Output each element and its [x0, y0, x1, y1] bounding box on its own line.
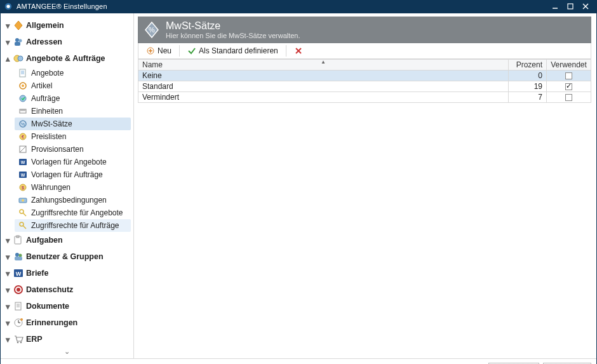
sidebar-cat-label: Briefe — [26, 269, 48, 278]
sidebar-item-zahlungsbedingungen[interactable]: Zahlungsbedingungen — [15, 194, 131, 206]
new-button[interactable]: Neu — [142, 45, 175, 57]
word-icon: W — [13, 268, 23, 278]
svg-text:W: W — [21, 160, 25, 165]
svg-point-49 — [17, 288, 20, 292]
column-header-verwendet[interactable]: Verwendet — [547, 59, 591, 70]
sidebar-cat-dokumente[interactable]: ▾ Dokumente — [3, 298, 131, 314]
sidebar-item-label: Provisionsarten — [31, 145, 84, 154]
payment-icon — [18, 196, 27, 205]
chevron-down-icon: ▾ — [4, 253, 11, 260]
sidebar-cat-label: Datenschutz — [26, 285, 73, 294]
sidebar-item-einheiten[interactable]: Einheiten — [15, 105, 131, 118]
chevron-down-icon: ▾ — [4, 286, 11, 293]
sidebar-subitems: Angebote Artikel Aufträge Einheiten — [15, 67, 131, 232]
sidebar-item-zugriff-auftraege[interactable]: Zugriffsrechte für Aufträge — [15, 219, 131, 232]
svg-rect-3 — [568, 4, 573, 9]
sidebar-item-mwst[interactable]: % MwSt-Sätze — [15, 118, 131, 130]
sidebar-cat-label: Benutzer & Gruppen — [26, 252, 104, 261]
sidebar-item-preislisten[interactable]: € Preislisten — [15, 130, 131, 143]
sidebar-cat-label: ERP — [26, 335, 43, 344]
delete-icon — [294, 46, 303, 55]
sidebar-cat-label: Adressen — [26, 37, 62, 46]
sidebar-cat-erp[interactable]: ▾ ERP — [3, 331, 131, 347]
svg-rect-42 — [17, 236, 19, 238]
svg-point-10 — [18, 56, 23, 61]
svg-text:W: W — [16, 271, 22, 277]
sidebar-cat-label: Dokumente — [26, 302, 69, 311]
sidebar-item-label: Vorlagen für Aufträge — [31, 170, 103, 179]
svg-point-17 — [20, 95, 26, 102]
pricelist-icon: € — [18, 132, 27, 141]
sidebar-item-angebote[interactable]: Angebote — [15, 67, 131, 79]
sidebar-cat-label: Erinnerungen — [26, 318, 77, 327]
cell-verwendet — [547, 81, 591, 91]
table-row[interactable]: Standard 19 — [138, 81, 591, 91]
order-icon — [18, 94, 27, 103]
sidebar-cat-adressen[interactable]: ▾ Adressen — [3, 34, 131, 50]
sidebar-cat-allgemein[interactable]: ▾ Allgemein — [3, 17, 131, 34]
checkbox[interactable] — [565, 72, 572, 79]
checkbox[interactable] — [565, 94, 572, 101]
currency-icon: $ — [18, 183, 27, 192]
sidebar-item-label: Währungen — [31, 183, 70, 192]
reminder-icon — [13, 318, 23, 328]
sort-asc-icon: ▲ — [321, 59, 326, 65]
sidebar-item-label: Einheiten — [31, 107, 63, 116]
svg-point-44 — [19, 254, 22, 257]
toolbar-label: Als Standard definieren — [199, 46, 278, 55]
cell-verwendet — [547, 91, 591, 102]
maximize-button[interactable] — [563, 0, 578, 13]
checkbox[interactable] — [565, 83, 572, 90]
general-icon — [13, 20, 23, 30]
toolbar-separator — [179, 45, 180, 57]
table-row[interactable]: Keine 0 — [138, 70, 591, 81]
column-header-name[interactable]: Name▲ — [138, 59, 509, 70]
tax-icon: % — [18, 119, 27, 128]
documents-icon — [13, 301, 23, 311]
delete-button[interactable] — [290, 45, 307, 57]
sidebar: ▾ Allgemein ▾ Adressen ▴ Angebote & Auft… — [1, 13, 134, 358]
sidebar-item-auftraege[interactable]: Aufträge — [15, 92, 131, 105]
chevron-down-icon: ▾ — [4, 270, 11, 276]
sidebar-cat-briefe[interactable]: ▾ W Briefe — [3, 265, 131, 281]
sidebar-item-zugriff-angebote[interactable]: Zugriffsrechte für Angebote — [15, 206, 131, 219]
sidebar-cat-aufgaben[interactable]: ▾ Aufgaben — [3, 232, 131, 248]
data-grid: Name▲ Prozent Verwendet Keine 0 Standard — [138, 59, 591, 103]
tasks-icon — [13, 235, 23, 245]
sidebar-cat-datenschutz[interactable]: ▾ Datenschutz — [3, 281, 131, 298]
sidebar-cat-erinnerungen[interactable]: ▾ Erinnerungen — [3, 314, 131, 331]
commission-icon — [18, 145, 27, 154]
word-icon: W — [18, 158, 27, 166]
minimize-button[interactable] — [547, 0, 563, 13]
footer: Abbrechen Speichern — [1, 358, 596, 364]
set-default-button[interactable]: Als Standard definieren — [184, 45, 282, 57]
window-title: AMTANGEE® Einstellungen — [17, 3, 547, 10]
address-icon — [13, 37, 23, 47]
chevron-down-icon: ▾ — [4, 237, 11, 243]
svg-text:W: W — [21, 173, 25, 177]
cell-name: Keine — [138, 70, 509, 81]
sidebar-item-provisionsarten[interactable]: Provisionsarten — [15, 143, 131, 156]
close-button[interactable] — [578, 0, 593, 13]
sidebar-item-artikel[interactable]: Artikel — [15, 79, 131, 92]
sidebar-item-label: Aufträge — [31, 94, 60, 103]
column-header-prozent[interactable]: Prozent — [509, 59, 547, 70]
svg-rect-7 — [15, 42, 20, 46]
sidebar-item-vorlagen-angebote[interactable]: W Vorlagen für Angebote — [15, 156, 131, 168]
table-row[interactable]: Vermindert 7 — [138, 91, 591, 102]
sidebar-cat-label: Allgemein — [26, 21, 64, 30]
scroll-down-icon[interactable]: ⌄ — [3, 347, 131, 356]
svg-point-16 — [22, 84, 24, 87]
sidebar-cat-angebote[interactable]: ▴ Angebote & Aufträge — [3, 50, 131, 67]
plus-icon — [146, 46, 155, 55]
check-icon — [187, 46, 196, 55]
svg-point-57 — [20, 318, 23, 321]
sidebar-item-waehrungen[interactable]: $ Währungen — [15, 181, 131, 194]
sidebar-cat-benutzer[interactable]: ▾ Benutzer & Gruppen — [3, 248, 131, 265]
document-icon — [18, 69, 27, 78]
sidebar-cat-label: Angebote & Aufträge — [26, 54, 105, 63]
cell-prozent: 19 — [509, 81, 547, 91]
cell-prozent: 7 — [509, 91, 547, 102]
svg-rect-11 — [20, 69, 25, 77]
sidebar-item-vorlagen-auftraege[interactable]: W Vorlagen für Aufträge — [15, 168, 131, 181]
